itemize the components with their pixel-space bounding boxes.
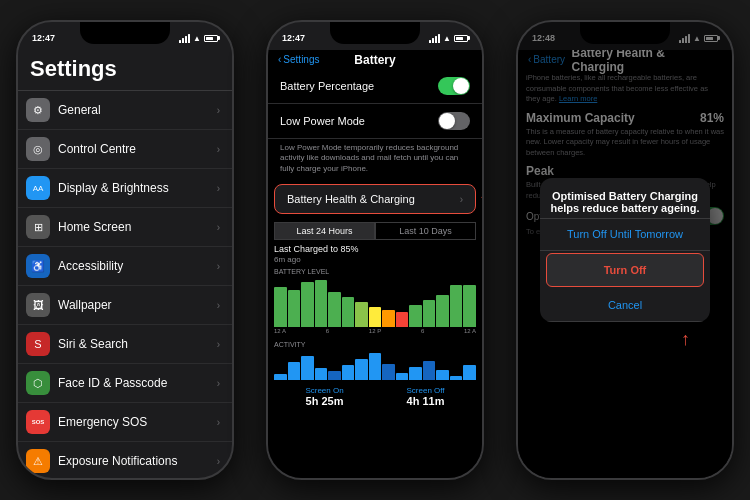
health-screen: ‹ Battery Battery Health & Charging iPho…: [518, 50, 732, 480]
settings-item-wallpaper[interactable]: 🖼 Wallpaper ›: [18, 286, 232, 325]
battery-percentage-row[interactable]: Battery Percentage: [268, 69, 482, 104]
low-power-row[interactable]: Low Power Mode: [268, 104, 482, 139]
low-power-label: Low Power Mode: [280, 115, 365, 127]
bar2: [182, 38, 184, 43]
chart-time-labels: 12 A 6 12 P 6 12 A: [274, 327, 476, 335]
settings-item-faceid[interactable]: ⬡ Face ID & Passcode ›: [18, 364, 232, 403]
tab-24hours[interactable]: Last 24 Hours: [274, 222, 375, 240]
last-charged-sub: 6m ago: [274, 255, 476, 264]
bar-c10: [396, 312, 409, 327]
last-charged-info: Last Charged to 85%: [274, 244, 476, 254]
screen-off-label: Screen Off: [406, 386, 444, 395]
home-icon: ⊞: [26, 215, 50, 239]
bar-c4: [315, 280, 328, 328]
bar-c6: [342, 297, 355, 327]
display-chevron: ›: [217, 183, 220, 194]
settings-item-control[interactable]: ◎ Control Centre ›: [18, 130, 232, 169]
dialog-title: Optimised Battery Charging helps reduce …: [540, 178, 710, 218]
bar-c12: [423, 300, 436, 328]
bar3: [185, 36, 187, 43]
settings-item-home[interactable]: ⊞ Home Screen ›: [18, 208, 232, 247]
siri-icon: S: [26, 332, 50, 356]
accessibility-label: Accessibility: [58, 259, 217, 273]
toggle-thumb-2: [439, 113, 455, 129]
settings-item-siri[interactable]: S Siri & Search ›: [18, 325, 232, 364]
control-chevron: ›: [217, 144, 220, 155]
battery-navbar: ‹ Settings Battery: [268, 50, 482, 69]
battery-icon-1: [204, 35, 218, 42]
bar1: [179, 40, 181, 43]
phone-health: 12:48 ▲ ‹ Battery Battery Health & Charg…: [516, 20, 734, 480]
turn-off-btn[interactable]: Turn Off: [546, 253, 704, 287]
screen-1: Settings ⚙ General › ◎ Control Centre › …: [18, 50, 232, 478]
dialog-overlay: Optimised Battery Charging helps reduce …: [518, 50, 732, 478]
act-b11: [409, 367, 422, 381]
sos-label: Emergency SOS: [58, 415, 217, 429]
turn-off-tomorrow-btn[interactable]: Turn Off Until Tomorrow: [540, 218, 710, 251]
dialog-wrapper: Optimised Battery Charging helps reduce …: [540, 178, 710, 323]
home-chevron: ›: [217, 222, 220, 233]
battery-icon-2: [454, 35, 468, 42]
act-b12: [423, 361, 436, 381]
siri-label: Siri & Search: [58, 337, 217, 351]
settings-title: Settings: [30, 56, 220, 82]
control-icon: ◎: [26, 137, 50, 161]
back-button-2[interactable]: ‹ Settings: [278, 54, 319, 65]
act-b15: [463, 365, 476, 380]
bar1b: [429, 40, 431, 43]
bar-c15: [463, 285, 476, 328]
status-icons-2: ▲: [429, 34, 468, 43]
settings-item-sos[interactable]: SOS Emergency SOS ›: [18, 403, 232, 442]
bar-c9: [382, 310, 395, 328]
activity-bar-chart: [274, 350, 476, 380]
settings-header: Settings: [18, 50, 232, 91]
bar-c1: [274, 287, 287, 327]
time-label-1: 12 A: [274, 328, 286, 334]
battery-fill-1: [206, 37, 213, 40]
time-2: 12:47: [282, 33, 305, 43]
exposure-chevron: ›: [217, 456, 220, 467]
screen-off-value: 4h 11m: [406, 395, 444, 407]
act-b6: [342, 365, 355, 380]
low-power-toggle[interactable]: [438, 112, 470, 130]
bar2b: [432, 38, 434, 43]
health-charging-row[interactable]: Battery Health & Charging ›: [274, 184, 476, 214]
battery-percentage-toggle[interactable]: [438, 77, 470, 95]
signal-icon-2: [429, 34, 440, 43]
act-b9: [382, 364, 395, 381]
home-label: Home Screen: [58, 220, 217, 234]
act-b5: [328, 371, 341, 380]
tab-10days[interactable]: Last 10 Days: [375, 222, 476, 240]
settings-item-general[interactable]: ⚙ General ›: [18, 91, 232, 130]
notch-2: [330, 22, 420, 44]
time-label-5: 12 A: [464, 328, 476, 334]
time-label-3: 12 P: [369, 328, 381, 334]
wallpaper-label: Wallpaper: [58, 298, 217, 312]
siri-chevron: ›: [217, 339, 220, 350]
act-b13: [436, 370, 449, 381]
activity-section: ACTIVITY: [268, 339, 482, 382]
exposure-label: Exposure Notifications: [58, 454, 217, 468]
health-row-wrapper: Battery Health & Charging › ↑: [268, 184, 482, 214]
battery-screen: ‹ Settings Battery Battery Percentage Lo…: [268, 50, 482, 480]
wallpaper-chevron: ›: [217, 300, 220, 311]
wifi-icon-2: ▲: [443, 34, 451, 43]
faceid-label: Face ID & Passcode: [58, 376, 217, 390]
chart-tabs: Last 24 Hours Last 10 Days: [274, 222, 476, 240]
settings-list: ⚙ General › ◎ Control Centre › AA Displa…: [18, 91, 232, 478]
cancel-btn[interactable]: Cancel: [540, 289, 710, 322]
bar-c14: [450, 285, 463, 328]
back-label-2: Settings: [283, 54, 319, 65]
battery-fill-2: [456, 37, 463, 40]
arrow-turnoff: ↑: [681, 329, 690, 350]
settings-item-display[interactable]: AA Display & Brightness ›: [18, 169, 232, 208]
act-b8: [369, 353, 382, 380]
faceid-chevron: ›: [217, 378, 220, 389]
settings-item-accessibility[interactable]: ♿ Accessibility ›: [18, 247, 232, 286]
settings-item-exposure[interactable]: ⚠ Exposure Notifications ›: [18, 442, 232, 478]
bar-c5: [328, 292, 341, 327]
back-chevron-2: ‹: [278, 54, 281, 65]
time-label-2: 6: [326, 328, 329, 334]
signal-icon: [179, 34, 190, 43]
chart-section: Last 24 Hours Last 10 Days Last Charged …: [268, 218, 482, 339]
